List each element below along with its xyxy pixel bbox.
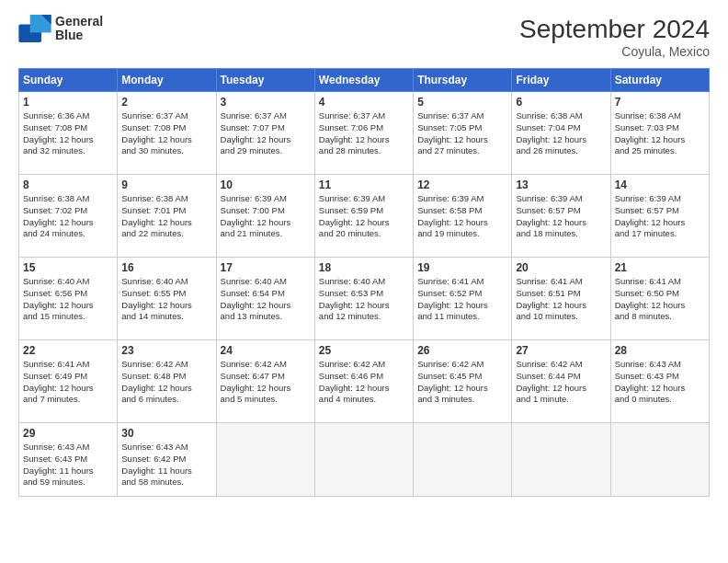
calendar-cell: 7Sunrise: 6:38 AMSunset: 7:03 PMDaylight… (610, 92, 709, 175)
sunrise-line: Sunrise: 6:40 AM (319, 276, 409, 288)
calendar-row: 15Sunrise: 6:40 AMSunset: 6:56 PMDayligh… (19, 258, 710, 340)
daylight-line2: and 29 minutes. (221, 145, 311, 157)
calendar-cell: 24Sunrise: 6:42 AMSunset: 6:47 PMDayligh… (216, 340, 314, 423)
day-number: 7 (615, 96, 705, 109)
calendar-cell: 9Sunrise: 6:38 AMSunset: 7:01 PMDaylight… (118, 175, 216, 258)
page: General Blue September 2024 Coyula, Mexi… (0, 0, 728, 563)
sunset-line: Sunset: 6:48 PM (121, 371, 211, 383)
logo: General Blue (18, 15, 103, 43)
calendar-row: 8Sunrise: 6:38 AMSunset: 7:02 PMDaylight… (19, 175, 710, 258)
daylight-line2: and 26 minutes. (516, 145, 606, 157)
sunset-line: Sunset: 7:00 PM (221, 205, 311, 217)
day-number: 20 (516, 261, 606, 274)
sunset-line: Sunset: 7:08 PM (121, 122, 211, 134)
sunset-line: Sunset: 7:03 PM (615, 122, 705, 134)
day-number: 23 (121, 344, 211, 357)
day-number: 15 (23, 261, 113, 274)
calendar-cell: 13Sunrise: 6:39 AMSunset: 6:57 PMDayligh… (512, 175, 610, 258)
daylight-line2: and 22 minutes. (121, 228, 211, 240)
sunset-line: Sunset: 6:42 PM (121, 454, 211, 465)
daylight-line1: Daylight: 12 hours (516, 217, 606, 229)
sunset-line: Sunset: 7:08 PM (23, 122, 113, 134)
calendar-row: 1Sunrise: 6:36 AMSunset: 7:08 PMDaylight… (19, 92, 710, 175)
daylight-line2: and 12 minutes. (319, 311, 409, 323)
sunset-line: Sunset: 7:02 PM (23, 205, 113, 217)
calendar-cell: 30Sunrise: 6:43 AMSunset: 6:42 PMDayligh… (118, 423, 216, 497)
calendar-cell (314, 423, 413, 497)
calendar-cell: 20Sunrise: 6:41 AMSunset: 6:51 PMDayligh… (512, 258, 610, 340)
sunset-line: Sunset: 6:56 PM (23, 288, 113, 300)
day-number: 5 (417, 96, 507, 109)
daylight-line1: Daylight: 12 hours (221, 383, 311, 395)
calendar-cell: 25Sunrise: 6:42 AMSunset: 6:46 PMDayligh… (314, 340, 413, 423)
sunset-line: Sunset: 6:49 PM (23, 371, 113, 383)
day-number: 30 (121, 427, 211, 440)
daylight-line1: Daylight: 12 hours (516, 300, 606, 312)
daylight-line2: and 3 minutes. (417, 394, 507, 406)
daylight-line2: and 7 minutes. (23, 394, 113, 406)
daylight-line2: and 0 minutes. (615, 394, 705, 406)
header-sunday: Sunday (19, 69, 118, 92)
sunrise-line: Sunrise: 6:43 AM (23, 442, 113, 454)
calendar-cell: 19Sunrise: 6:41 AMSunset: 6:52 PMDayligh… (414, 258, 512, 340)
calendar-cell: 3Sunrise: 6:37 AMSunset: 7:07 PMDaylight… (216, 92, 314, 175)
day-number: 10 (221, 178, 311, 191)
daylight-line2: and 25 minutes. (615, 145, 705, 157)
sunrise-line: Sunrise: 6:37 AM (121, 110, 211, 122)
calendar-cell: 21Sunrise: 6:41 AMSunset: 6:50 PMDayligh… (610, 258, 709, 340)
calendar-cell: 16Sunrise: 6:40 AMSunset: 6:55 PMDayligh… (118, 258, 216, 340)
header-friday: Friday (512, 69, 610, 92)
day-number: 3 (221, 96, 311, 109)
calendar-cell: 11Sunrise: 6:39 AMSunset: 6:59 PMDayligh… (314, 175, 413, 258)
calendar-cell: 27Sunrise: 6:42 AMSunset: 6:44 PMDayligh… (512, 340, 610, 423)
calendar-cell: 4Sunrise: 6:37 AMSunset: 7:06 PMDaylight… (314, 92, 413, 175)
sunset-line: Sunset: 6:51 PM (516, 288, 606, 300)
sunrise-line: Sunrise: 6:37 AM (221, 110, 311, 122)
sunset-line: Sunset: 6:54 PM (221, 288, 311, 300)
sunset-line: Sunset: 6:53 PM (319, 288, 409, 300)
daylight-line2: and 5 minutes. (221, 394, 311, 406)
day-number: 11 (319, 178, 409, 191)
daylight-line2: and 10 minutes. (516, 311, 606, 323)
day-number: 13 (516, 178, 606, 191)
sunrise-line: Sunrise: 6:41 AM (516, 276, 606, 288)
calendar-cell: 15Sunrise: 6:40 AMSunset: 6:56 PMDayligh… (19, 258, 118, 340)
sunrise-line: Sunrise: 6:42 AM (121, 359, 211, 371)
calendar-cell: 29Sunrise: 6:43 AMSunset: 6:43 PMDayligh… (19, 423, 118, 497)
calendar-row: 29Sunrise: 6:43 AMSunset: 6:43 PMDayligh… (19, 423, 710, 497)
sunset-line: Sunset: 6:44 PM (516, 371, 606, 383)
sunset-line: Sunset: 7:07 PM (221, 122, 311, 134)
daylight-line2: and 6 minutes. (121, 394, 211, 406)
calendar-cell: 18Sunrise: 6:40 AMSunset: 6:53 PMDayligh… (314, 258, 413, 340)
sunset-line: Sunset: 6:46 PM (319, 371, 409, 383)
calendar-table: Sunday Monday Tuesday Wednesday Thursday… (18, 68, 710, 497)
day-number: 28 (615, 344, 705, 357)
calendar-cell: 17Sunrise: 6:40 AMSunset: 6:54 PMDayligh… (216, 258, 314, 340)
calendar-cell: 8Sunrise: 6:38 AMSunset: 7:02 PMDaylight… (19, 175, 118, 258)
sunrise-line: Sunrise: 6:42 AM (221, 359, 311, 371)
calendar-cell: 1Sunrise: 6:36 AMSunset: 7:08 PMDaylight… (19, 92, 118, 175)
logo-icon (18, 15, 51, 42)
logo-line2: Blue (55, 29, 103, 42)
calendar-cell: 26Sunrise: 6:42 AMSunset: 6:45 PMDayligh… (414, 340, 512, 423)
daylight-line1: Daylight: 12 hours (23, 217, 113, 229)
daylight-line2: and 8 minutes. (615, 311, 705, 323)
header-thursday: Thursday (414, 69, 512, 92)
sunrise-line: Sunrise: 6:36 AM (23, 110, 113, 122)
daylight-line1: Daylight: 12 hours (615, 300, 705, 312)
daylight-line1: Daylight: 12 hours (516, 134, 606, 146)
sunrise-line: Sunrise: 6:37 AM (417, 110, 507, 122)
day-number: 12 (417, 178, 507, 191)
sunset-line: Sunset: 6:57 PM (516, 205, 606, 217)
day-number: 8 (23, 178, 113, 191)
day-number: 4 (319, 96, 409, 109)
day-number: 9 (121, 178, 211, 191)
daylight-line2: and 11 minutes. (417, 311, 507, 323)
calendar-cell: 10Sunrise: 6:39 AMSunset: 7:00 PMDayligh… (216, 175, 314, 258)
sunset-line: Sunset: 6:57 PM (615, 205, 705, 217)
daylight-line1: Daylight: 12 hours (417, 383, 507, 395)
calendar-cell: 23Sunrise: 6:42 AMSunset: 6:48 PMDayligh… (118, 340, 216, 423)
day-number: 14 (615, 178, 705, 191)
sunrise-line: Sunrise: 6:38 AM (615, 110, 705, 122)
daylight-line2: and 17 minutes. (615, 228, 705, 240)
